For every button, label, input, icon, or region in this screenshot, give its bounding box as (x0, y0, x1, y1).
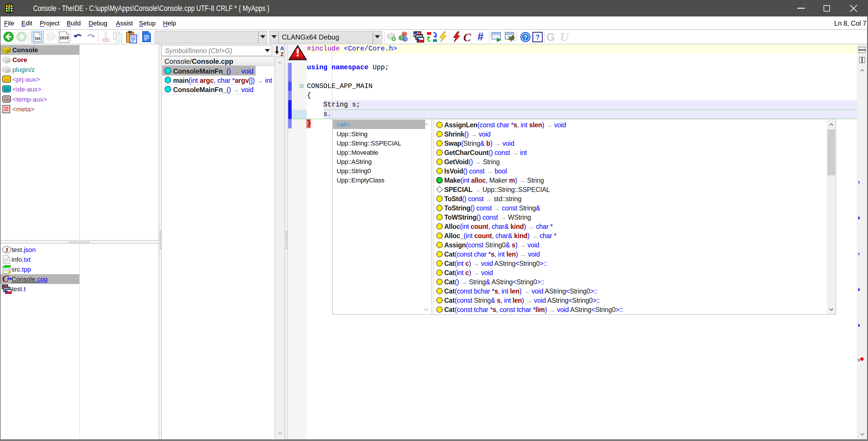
svg-text:1010: 1010 (59, 35, 68, 40)
svg-text:txt: txt (35, 36, 40, 41)
svg-text:?: ? (524, 34, 527, 40)
svg-text:J: J (5, 246, 8, 254)
svg-text:A: A (280, 46, 284, 51)
svg-text:Z: Z (280, 51, 284, 57)
svg-text:?: ? (535, 33, 540, 41)
svg-text:ERRORS: ERRORS (290, 56, 305, 60)
